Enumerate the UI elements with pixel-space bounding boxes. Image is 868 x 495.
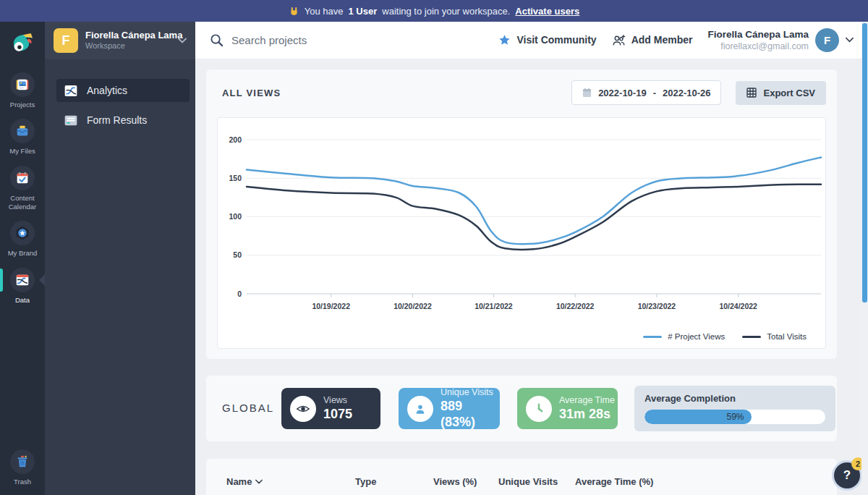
analytics-icon [64, 85, 78, 97]
rail-label: Projects [2, 101, 43, 109]
search-icon [210, 33, 224, 47]
svg-text:0: 0 [237, 289, 242, 298]
stat-label: Average Time [559, 394, 615, 407]
column-header-name[interactable]: Name [226, 476, 263, 487]
global-stats-panel: GLOBAL Views 1075 Unique Visits 889 (83%… [206, 376, 837, 441]
date-from: 2022-10-19 [598, 88, 647, 98]
menu-item-label: Form Results [87, 114, 147, 126]
eye-icon [290, 396, 316, 422]
column-label: Views (%) [433, 476, 477, 487]
legend-label: # Project Views [668, 332, 725, 341]
date-to: 2022-10-26 [663, 88, 711, 98]
stat-label: Unique Visits [441, 386, 500, 399]
svg-text:10/20/2022: 10/20/2022 [393, 302, 432, 310]
stat-value: 1075 [323, 407, 352, 423]
sidebar-item-my-brand[interactable]: My Brand [0, 221, 45, 258]
workspace-switcher[interactable]: F Fiorella Cánepa Lama Workspace [45, 22, 195, 59]
chevron-down-icon [178, 38, 187, 43]
add-member-label: Add Member [631, 34, 693, 46]
visit-community-label: Visit Community [516, 34, 596, 46]
workspace-meta: Fiorella Cánepa Lama Workspace [85, 30, 171, 51]
scrollbar-thumb[interactable] [862, 23, 867, 302]
banner-text-post: waiting to join your workspace. [382, 6, 510, 17]
banner-user-count: 1 User [349, 6, 378, 17]
user-email: fiorellaxcl@gmail.com [707, 41, 809, 52]
stat-label: Views [323, 394, 352, 407]
svg-text:10/24/2022: 10/24/2022 [719, 302, 757, 310]
workspace-sidebar: F Fiorella Cánepa Lama Workspace Analyti… [45, 22, 195, 495]
rail-label: Trash [2, 478, 43, 486]
completion-progress-track: 59% [644, 410, 825, 424]
rail-label: My Brand [2, 249, 43, 258]
sidebar-item-trash[interactable]: Trash [0, 449, 45, 486]
calendar-icon [582, 88, 592, 98]
date-separator: - [653, 88, 656, 98]
activate-users-link[interactable]: Activate users [515, 6, 579, 17]
active-caret [39, 274, 45, 286]
trash-icon [10, 449, 35, 474]
svg-text:50: 50 [233, 250, 242, 259]
topbar: Visit Community Add Member Fiorella Cáne… [195, 22, 868, 59]
sort-chevron-icon [255, 479, 263, 484]
workspace-menu: Analytics Form Results [45, 59, 195, 132]
export-csv-button[interactable]: Export CSV [736, 81, 826, 105]
app-logo[interactable] [9, 30, 36, 56]
content-calendar-icon [10, 166, 35, 190]
average-time-stat-card: Average Time 31m 28s [517, 388, 618, 429]
user-name: Fiorella Cánepa Lama [707, 28, 809, 41]
add-member-icon [612, 34, 626, 46]
global-title: GLOBAL [222, 402, 274, 414]
help-button[interactable]: ? 2 [834, 462, 860, 488]
panel-title: ALL VIEWS [222, 88, 281, 98]
sidebar-item-content-calendar[interactable]: Content Calendar [0, 166, 45, 212]
views-line-chart: 05010015020010/19/202210/20/202210/21/20… [218, 118, 825, 347]
svg-text:10/23/2022: 10/23/2022 [638, 302, 676, 310]
grid-icon [746, 88, 757, 98]
legend-entry: Total Visits [742, 332, 807, 341]
views-chart-card: 05010015020010/19/202210/20/202210/21/20… [217, 117, 826, 349]
menu-item-label: Analytics [87, 85, 127, 96]
rail-label: Data [2, 296, 43, 305]
activation-banner: You have 1 User waiting to join your wor… [0, 0, 868, 22]
visit-community-button[interactable]: Visit Community [498, 34, 596, 46]
date-range-picker[interactable]: 2022-10-19 - 2022-10-26 [571, 80, 721, 105]
all-views-panel: ALL VIEWS 2022-10-19 - 2022-10-26 [206, 69, 837, 359]
avatar: F [815, 28, 839, 52]
views-stat-card: Views 1075 [281, 388, 380, 429]
hand-gesture-icon [289, 6, 299, 17]
legend-label: Total Visits [767, 332, 807, 341]
search-input[interactable] [231, 34, 434, 46]
menu-item-analytics[interactable]: Analytics [56, 79, 190, 102]
chart-legend: # Project ViewsTotal Visits [643, 332, 807, 341]
svg-text:10/19/2022: 10/19/2022 [312, 302, 350, 310]
svg-text:10/22/2022: 10/22/2022 [556, 302, 595, 310]
clock-icon [526, 396, 552, 422]
topbar-actions: Visit Community Add Member Fiorella Cáne… [498, 28, 854, 53]
results-table-panel: Name Type Views (%) Unique Visits Averag… [206, 459, 837, 495]
export-csv-label: Export CSV [763, 88, 815, 98]
completion-fill: 59% [644, 410, 752, 424]
average-completion-card: Average Completion 59% [634, 386, 835, 431]
icon-rail: Projects My Files Content Calendar [0, 22, 45, 495]
star-icon [498, 34, 511, 46]
sidebar-item-projects[interactable]: Projects [0, 72, 45, 109]
legend-swatch [643, 336, 662, 338]
completion-label: Average Completion [644, 393, 825, 404]
add-member-button[interactable]: Add Member [612, 34, 693, 46]
form-results-icon [64, 115, 78, 126]
rail-label: My Files [2, 147, 43, 156]
column-label: Name [226, 476, 252, 487]
workspace-type: Workspace [85, 41, 171, 51]
sidebar-item-my-files[interactable]: My Files [0, 119, 45, 156]
sidebar-item-data[interactable]: Data [0, 268, 45, 305]
my-files-icon [10, 119, 35, 143]
user-meta: Fiorella Cánepa Lama fiorellaxcl@gmail.c… [707, 28, 809, 53]
chevron-down-icon [846, 37, 854, 43]
column-header-type: Type [355, 476, 376, 487]
search-box [210, 33, 434, 47]
banner-text-pre: You have [305, 6, 344, 17]
menu-item-form-results[interactable]: Form Results [56, 109, 190, 132]
user-menu[interactable]: Fiorella Cánepa Lama fiorellaxcl@gmail.c… [707, 28, 854, 53]
column-label: Average Time (%) [575, 476, 653, 487]
person-icon [407, 396, 433, 422]
